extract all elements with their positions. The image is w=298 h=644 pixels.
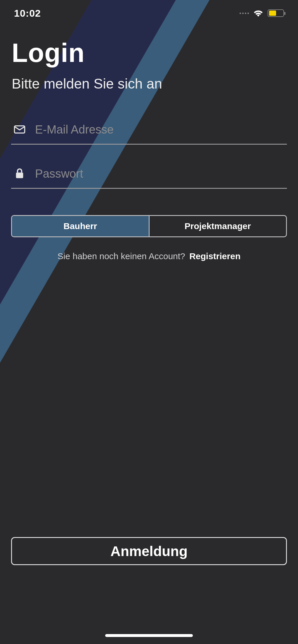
- cellular-signal-icon: [240, 13, 249, 14]
- status-bar: 10:02: [0, 0, 298, 26]
- svg-rect-1: [16, 173, 23, 178]
- page-subtitle: Bitte melden Sie sich an: [12, 76, 286, 92]
- page-header: Login Bitte melden Sie sich an: [0, 26, 298, 106]
- lock-icon: [13, 167, 26, 180]
- role-segmented-control: Bauherr Projektmanager: [11, 215, 287, 237]
- mail-icon: [13, 123, 26, 136]
- page-title: Login: [12, 38, 286, 68]
- status-right: [240, 9, 284, 17]
- register-link[interactable]: Registrieren: [189, 251, 240, 261]
- password-field[interactable]: [35, 167, 285, 180]
- email-field-row: [11, 118, 287, 145]
- battery-icon: [268, 9, 284, 17]
- home-indicator[interactable]: [105, 634, 193, 637]
- register-prompt: Sie haben noch keinen Account?: [58, 251, 185, 261]
- status-time: 10:02: [14, 8, 41, 19]
- password-field-row: [11, 162, 287, 189]
- register-line: Sie haben noch keinen Account? Registrie…: [0, 251, 298, 261]
- login-form: [0, 106, 298, 189]
- wifi-icon: [253, 9, 264, 17]
- segment-projektmanager[interactable]: Projektmanager: [149, 216, 286, 236]
- email-field[interactable]: [35, 123, 285, 136]
- submit-button[interactable]: Anmeldung: [11, 537, 287, 565]
- segment-bauherr[interactable]: Bauherr: [12, 216, 149, 236]
